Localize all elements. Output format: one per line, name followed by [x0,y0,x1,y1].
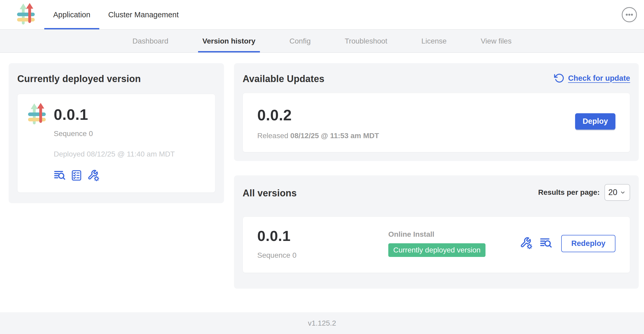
results-per-page: Results per page: 20 [538,184,630,201]
results-per-page-value: 20 [608,188,617,197]
available-updates-panel: Available Updates Check for update 0.0.2… [234,63,639,161]
available-updates-title: Available Updates [243,73,324,84]
app-logo-icon [25,102,50,181]
row-status: Online Install Currently deployed versio… [388,230,520,257]
tab-config-label: Config [290,37,311,45]
check-for-update-label: Check for update [568,74,630,83]
tab-license[interactable]: License [404,30,464,52]
refresh-icon [554,73,564,83]
app-logo-icon [14,3,39,27]
update-info: 0.0.2 Released 08/12/25 @ 11:53 am MDT [257,103,379,140]
tab-license-label: License [421,37,447,45]
console-version: v1.125.2 [308,319,336,327]
view-logs-icon[interactable] [54,169,66,181]
row-version-info: 0.0.1 Sequence 0 [257,227,388,260]
deployed-time: 08/12/25 @ 11:40 am MDT [87,150,175,158]
update-version-number: 0.0.2 [257,106,379,124]
all-versions-title: All versions [243,188,297,199]
row-version-number: 0.0.1 [257,227,388,244]
results-per-page-select[interactable]: 20 [604,184,630,201]
tab-config[interactable]: Config [272,30,328,52]
all-versions-panel: All versions Results per page: 20 0.0.1 … [234,175,639,289]
deploy-button[interactable]: Deploy [575,113,615,130]
tab-view-files-label: View files [481,37,512,45]
tab-troubleshoot[interactable]: Troubleshoot [328,30,404,52]
tab-cluster-management[interactable]: Cluster Management [99,0,188,29]
tab-cluster-management-label: Cluster Management [108,10,179,19]
tab-dashboard[interactable]: Dashboard [116,30,185,52]
row-actions: Redeploy [520,235,615,252]
currently-deployed-badge: Currently deployed version [388,243,485,257]
deployed-version-number: 0.0.1 [54,106,175,123]
row-sequence: Sequence 0 [257,251,388,260]
edit-config-icon[interactable] [87,169,99,181]
version-row: 0.0.1 Sequence 0 Online Install Currentl… [243,217,630,273]
tab-version-history[interactable]: Version history [185,30,272,52]
current-version-title: Currently deployed version [17,73,215,84]
available-update-card: 0.0.2 Released 08/12/25 @ 11:53 am MDT D… [243,93,630,152]
results-per-page-label: Results per page: [538,188,600,197]
top-nav: Application Cluster Management [0,0,644,30]
current-version-details: 0.0.1 Sequence 0 Deployed 08/12/25 @ 11:… [54,102,175,181]
tab-application[interactable]: Application [44,0,99,29]
edit-config-icon[interactable] [520,237,532,250]
chevron-down-icon [619,189,626,196]
right-column: Available Updates Check for update 0.0.2… [234,63,639,289]
redeploy-button[interactable]: Redeploy [561,235,615,252]
current-version-card: 0.0.1 Sequence 0 Deployed 08/12/25 @ 11:… [17,94,215,193]
version-history-page: Currently deployed version 0.0.1 Sequenc… [0,53,644,312]
tab-dashboard-label: Dashboard [133,37,168,45]
view-logs-icon[interactable] [540,237,552,250]
released-prefix: Released [257,132,288,140]
install-type-label: Online Install [388,230,520,239]
deployed-sequence: Sequence 0 [54,130,175,138]
deployed-timestamp: Deployed 08/12/25 @ 11:40 am MDT [54,150,175,158]
primary-tabs: Application Cluster Management [44,0,188,29]
tab-version-history-label: Version history [203,37,255,45]
deployed-prefix: Deployed [54,150,85,158]
tab-view-files[interactable]: View files [464,30,529,52]
preflight-checks-icon[interactable] [70,169,83,181]
app-subnav: Dashboard Version history Config Trouble… [0,30,644,53]
ellipsis-menu-icon[interactable] [621,7,637,23]
check-for-update-link[interactable]: Check for update [554,73,630,83]
current-version-actions [54,169,175,181]
tab-application-label: Application [53,10,90,19]
tab-troubleshoot-label: Troubleshoot [345,37,387,45]
released-time: 08/12/25 @ 11:53 am MDT [290,132,379,140]
page-footer: v1.125.2 [0,312,644,334]
current-version-panel: Currently deployed version 0.0.1 Sequenc… [9,63,224,203]
released-timestamp: Released 08/12/25 @ 11:53 am MDT [257,132,379,140]
